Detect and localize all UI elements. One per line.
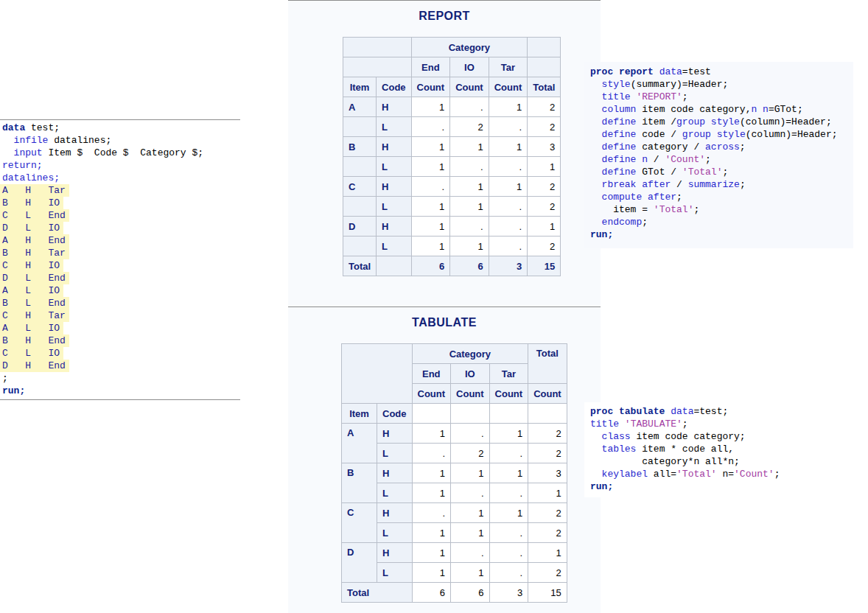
- table-cell: .: [489, 217, 528, 237]
- code-line: endcomp;: [588, 216, 841, 228]
- table-header-cell: [528, 404, 567, 424]
- table-cell: H: [377, 503, 413, 523]
- table-cell: 2: [528, 444, 567, 463]
- table-cell: L: [377, 523, 413, 543]
- table-cell: 3: [528, 463, 567, 483]
- proc-tabulate-code: proc tabulate data=test;title 'TABULATE'…: [584, 402, 791, 497]
- table-header-cell: End: [411, 57, 450, 77]
- table-cell: 2: [528, 523, 567, 543]
- table-cell: .: [489, 563, 528, 583]
- table-cell: 1: [489, 424, 528, 444]
- table-cell: .: [489, 543, 528, 563]
- table-header-cell: IO: [450, 57, 489, 77]
- table-cell: 2: [451, 444, 490, 463]
- table-cell: Total: [342, 583, 413, 603]
- table-header-cell: Count: [451, 384, 490, 404]
- table-cell: .: [451, 424, 490, 444]
- table-cell: 1: [489, 503, 528, 523]
- table-cell: .: [489, 523, 528, 543]
- table-cell: 1: [451, 523, 490, 543]
- table-cell: 1: [412, 563, 451, 583]
- code-line: data test;: [0, 122, 240, 134]
- table-header-cell: [528, 57, 561, 77]
- table-cell: A: [343, 97, 377, 117]
- tabulate-table: CategoryTotalEndIOTarCountCountCountCoun…: [341, 343, 567, 603]
- table-header-cell: Code: [377, 404, 413, 424]
- table-cell: 1: [528, 543, 567, 563]
- table-cell: 2: [528, 97, 561, 117]
- table-cell: 1: [451, 503, 490, 523]
- code-line: category*n all*n;: [588, 455, 783, 468]
- table-cell: 3: [528, 137, 561, 157]
- table-cell: H: [377, 543, 413, 563]
- proc-report-code: proc report data=test style(summary)=Hea…: [584, 62, 853, 248]
- table-header-cell: Count: [528, 384, 567, 404]
- table-header-cell: Count: [489, 77, 528, 97]
- table-cell: 1: [411, 237, 450, 256]
- code-line: rbreak after / summarize;: [588, 178, 841, 191]
- table-cell: 1: [412, 543, 451, 563]
- code-line: B H End: [0, 334, 240, 347]
- code-line: D H End: [0, 360, 240, 372]
- table-cell: L: [377, 157, 412, 177]
- code-line: B H IO: [0, 197, 240, 209]
- report-table: CategoryEndIOTarItemCodeCountCountCountT…: [343, 37, 561, 276]
- table-cell: A: [342, 424, 377, 463]
- table-cell: 2: [528, 197, 561, 217]
- table-cell: 2: [528, 177, 561, 197]
- table-cell: 1: [451, 563, 490, 583]
- table-header-cell: [528, 38, 561, 57]
- table-header-cell: [343, 57, 412, 77]
- table-cell: 1: [489, 137, 528, 157]
- table-cell: .: [412, 503, 451, 523]
- table-header-cell: Item: [342, 404, 377, 424]
- table-cell: [343, 117, 377, 137]
- table-cell: L: [377, 117, 412, 137]
- table-cell: 6: [450, 256, 489, 276]
- code-line: return;: [0, 159, 240, 172]
- table-header-cell: Count: [489, 384, 528, 404]
- code-line: define n / 'Count';: [588, 153, 841, 166]
- code-line: A H End: [0, 234, 240, 247]
- table-header-cell: [343, 38, 412, 57]
- table-cell: [377, 256, 412, 276]
- table-cell: D: [343, 217, 377, 237]
- code-line: C L End: [0, 209, 240, 222]
- code-line: define code / group style(column)=Header…: [588, 128, 841, 141]
- code-line: B H Tar: [0, 247, 240, 259]
- code-line: ;: [0, 372, 240, 385]
- table-cell: 1: [450, 197, 489, 217]
- section-divider: [288, 306, 601, 307]
- table-header-cell: End: [412, 364, 451, 384]
- table-cell: 6: [412, 583, 451, 603]
- table-header-cell: Count: [450, 77, 489, 97]
- table-header-cell: Category: [411, 38, 528, 57]
- table-cell: 1: [412, 424, 451, 444]
- table-cell: 1: [412, 523, 451, 543]
- table-cell: 1: [450, 177, 489, 197]
- table-header-cell: Code: [377, 77, 412, 97]
- tabulate-title: TABULATE: [288, 316, 601, 329]
- report-title: REPORT: [288, 10, 601, 23]
- table-header-cell: Item: [343, 77, 377, 97]
- table-cell: 2: [528, 237, 561, 256]
- table-cell: .: [412, 444, 451, 463]
- table-header-cell: Total: [528, 344, 567, 384]
- table-cell: .: [450, 217, 489, 237]
- table-header-cell: [342, 344, 413, 404]
- page: { "titles": { "report": "REPORT", "tabul…: [0, 0, 868, 613]
- table-cell: H: [377, 424, 413, 444]
- table-cell: Total: [343, 256, 377, 276]
- table-cell: B: [343, 137, 377, 157]
- code-line: D L End: [0, 272, 240, 284]
- table-cell: 1: [412, 463, 451, 483]
- code-line: C L IO: [0, 347, 240, 360]
- table-cell: 6: [411, 256, 450, 276]
- table-cell: L: [377, 483, 413, 503]
- table-cell: .: [489, 444, 528, 463]
- table-cell: 1: [411, 197, 450, 217]
- table-cell: .: [451, 543, 490, 563]
- table-cell: 1: [412, 483, 451, 503]
- code-line: proc tabulate data=test;: [588, 405, 783, 418]
- code-line: define item /group style(column)=Header;: [588, 116, 841, 128]
